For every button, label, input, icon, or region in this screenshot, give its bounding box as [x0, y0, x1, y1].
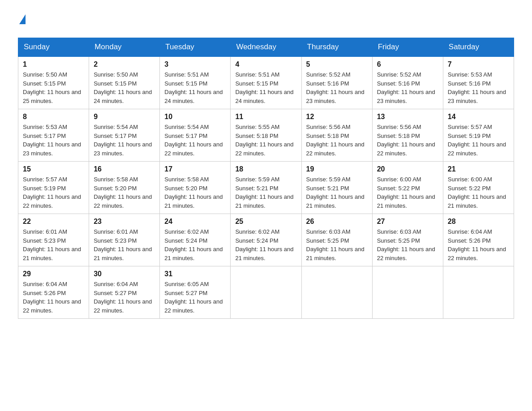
day-header-thursday: Thursday: [301, 38, 372, 57]
calendar-cell: 19 Sunrise: 5:59 AMSunset: 5:21 PMDaylig…: [301, 162, 372, 214]
day-number: 5: [306, 60, 368, 68]
calendar-cell: 11 Sunrise: 5:55 AMSunset: 5:18 PMDaylig…: [231, 109, 301, 162]
day-number: 2: [94, 60, 155, 68]
day-info: Sunrise: 5:59 AMSunset: 5:21 PMDaylight:…: [306, 176, 365, 209]
day-number: 29: [23, 270, 84, 278]
day-number: 13: [377, 113, 438, 121]
calendar-cell: [301, 266, 372, 319]
calendar-cell: 20 Sunrise: 6:00 AMSunset: 5:22 PMDaylig…: [372, 162, 443, 214]
day-info: Sunrise: 6:02 AMSunset: 5:24 PMDaylight:…: [164, 228, 223, 261]
day-number: 12: [306, 113, 368, 121]
calendar-cell: 30 Sunrise: 6:04 AMSunset: 5:27 PMDaylig…: [89, 266, 160, 319]
calendar-cell: 12 Sunrise: 5:56 AMSunset: 5:18 PMDaylig…: [301, 109, 372, 162]
calendar-cell: 25 Sunrise: 6:02 AMSunset: 5:24 PMDaylig…: [231, 214, 301, 266]
calendar-cell: 15 Sunrise: 5:57 AMSunset: 5:19 PMDaylig…: [18, 162, 89, 214]
day-header-tuesday: Tuesday: [160, 38, 231, 57]
day-info: Sunrise: 5:58 AMSunset: 5:20 PMDaylight:…: [94, 176, 152, 209]
calendar-cell: [443, 266, 514, 319]
day-info: Sunrise: 5:55 AMSunset: 5:18 PMDaylight:…: [235, 124, 293, 157]
day-info: Sunrise: 5:52 AMSunset: 5:16 PMDaylight:…: [306, 71, 365, 104]
day-info: Sunrise: 6:03 AMSunset: 5:25 PMDaylight:…: [377, 228, 435, 261]
day-header-saturday: Saturday: [443, 38, 514, 57]
calendar-cell: 4 Sunrise: 5:51 AMSunset: 5:15 PMDayligh…: [231, 56, 301, 109]
day-number: 26: [306, 218, 368, 226]
day-number: 19: [306, 165, 368, 173]
calendar-week-3: 15 Sunrise: 5:57 AMSunset: 5:19 PMDaylig…: [18, 162, 514, 214]
day-info: Sunrise: 6:01 AMSunset: 5:23 PMDaylight:…: [23, 228, 81, 261]
day-number: 11: [235, 113, 296, 121]
calendar-cell: 23 Sunrise: 6:01 AMSunset: 5:23 PMDaylig…: [89, 214, 160, 266]
calendar-table: SundayMondayTuesdayWednesdayThursdayFrid…: [18, 38, 514, 319]
day-info: Sunrise: 6:03 AMSunset: 5:25 PMDaylight:…: [306, 228, 365, 261]
calendar-cell: 26 Sunrise: 6:03 AMSunset: 5:25 PMDaylig…: [301, 214, 372, 266]
calendar-cell: 10 Sunrise: 5:54 AMSunset: 5:17 PMDaylig…: [160, 109, 231, 162]
calendar-header-row: SundayMondayTuesdayWednesdayThursdayFrid…: [18, 38, 514, 57]
day-info: Sunrise: 6:00 AMSunset: 5:22 PMDaylight:…: [448, 176, 506, 209]
day-info: Sunrise: 5:59 AMSunset: 5:21 PMDaylight:…: [235, 176, 293, 209]
day-number: 21: [448, 165, 509, 173]
day-number: 10: [164, 113, 226, 121]
day-info: Sunrise: 5:52 AMSunset: 5:16 PMDaylight:…: [377, 71, 435, 104]
day-info: Sunrise: 6:04 AMSunset: 5:26 PMDaylight:…: [448, 228, 506, 261]
calendar-cell: 24 Sunrise: 6:02 AMSunset: 5:24 PMDaylig…: [160, 214, 231, 266]
day-number: 24: [164, 218, 226, 226]
calendar-cell: 28 Sunrise: 6:04 AMSunset: 5:26 PMDaylig…: [443, 214, 514, 266]
day-info: Sunrise: 5:51 AMSunset: 5:15 PMDaylight:…: [164, 71, 223, 104]
calendar-cell: 29 Sunrise: 6:04 AMSunset: 5:26 PMDaylig…: [18, 266, 89, 319]
calendar-week-1: 1 Sunrise: 5:50 AMSunset: 5:15 PMDayligh…: [18, 56, 514, 109]
calendar-cell: 17 Sunrise: 5:58 AMSunset: 5:20 PMDaylig…: [160, 162, 231, 214]
day-number: 31: [164, 270, 226, 278]
day-info: Sunrise: 6:00 AMSunset: 5:22 PMDaylight:…: [377, 176, 435, 209]
calendar-cell: 9 Sunrise: 5:54 AMSunset: 5:17 PMDayligh…: [89, 109, 160, 162]
day-info: Sunrise: 5:51 AMSunset: 5:15 PMDaylight:…: [235, 71, 293, 104]
calendar-cell: [231, 266, 301, 319]
day-info: Sunrise: 5:56 AMSunset: 5:18 PMDaylight:…: [377, 124, 435, 157]
day-number: 3: [164, 60, 226, 68]
calendar-cell: 7 Sunrise: 5:53 AMSunset: 5:16 PMDayligh…: [443, 56, 514, 109]
calendar-week-5: 29 Sunrise: 6:04 AMSunset: 5:26 PMDaylig…: [18, 266, 514, 319]
day-info: Sunrise: 6:02 AMSunset: 5:24 PMDaylight:…: [235, 228, 293, 261]
day-info: Sunrise: 5:50 AMSunset: 5:15 PMDaylight:…: [23, 71, 81, 104]
day-number: 4: [235, 60, 296, 68]
logo-triangle-icon: [19, 14, 26, 24]
day-number: 14: [448, 113, 509, 121]
day-number: 6: [377, 60, 438, 68]
calendar-cell: 18 Sunrise: 5:59 AMSunset: 5:21 PMDaylig…: [231, 162, 301, 214]
day-info: Sunrise: 5:57 AMSunset: 5:19 PMDaylight:…: [448, 124, 506, 157]
day-info: Sunrise: 6:04 AMSunset: 5:26 PMDaylight:…: [23, 281, 81, 314]
day-info: Sunrise: 5:57 AMSunset: 5:19 PMDaylight:…: [23, 176, 81, 209]
day-number: 8: [23, 113, 84, 121]
day-number: 9: [94, 113, 155, 121]
day-number: 20: [377, 165, 438, 173]
logo: [18, 13, 26, 24]
day-info: Sunrise: 5:53 AMSunset: 5:16 PMDaylight:…: [448, 71, 506, 104]
day-info: Sunrise: 6:01 AMSunset: 5:23 PMDaylight:…: [94, 228, 152, 261]
calendar-cell: 22 Sunrise: 6:01 AMSunset: 5:23 PMDaylig…: [18, 214, 89, 266]
day-number: 25: [235, 218, 296, 226]
day-info: Sunrise: 5:58 AMSunset: 5:20 PMDaylight:…: [164, 176, 223, 209]
day-number: 15: [23, 165, 84, 173]
day-number: 17: [164, 165, 226, 173]
calendar-cell: 5 Sunrise: 5:52 AMSunset: 5:16 PMDayligh…: [301, 56, 372, 109]
day-number: 22: [23, 218, 84, 226]
calendar-cell: 14 Sunrise: 5:57 AMSunset: 5:19 PMDaylig…: [443, 109, 514, 162]
calendar-cell: [372, 266, 443, 319]
page-header: [18, 13, 514, 24]
calendar-cell: 13 Sunrise: 5:56 AMSunset: 5:18 PMDaylig…: [372, 109, 443, 162]
day-number: 28: [448, 218, 509, 226]
day-info: Sunrise: 6:05 AMSunset: 5:27 PMDaylight:…: [164, 281, 223, 314]
day-info: Sunrise: 5:54 AMSunset: 5:17 PMDaylight:…: [94, 124, 152, 157]
calendar-cell: 27 Sunrise: 6:03 AMSunset: 5:25 PMDaylig…: [372, 214, 443, 266]
day-number: 30: [94, 270, 155, 278]
day-number: 23: [94, 218, 155, 226]
calendar-cell: 6 Sunrise: 5:52 AMSunset: 5:16 PMDayligh…: [372, 56, 443, 109]
day-number: 1: [23, 60, 84, 68]
calendar-cell: 8 Sunrise: 5:53 AMSunset: 5:17 PMDayligh…: [18, 109, 89, 162]
calendar-week-4: 22 Sunrise: 6:01 AMSunset: 5:23 PMDaylig…: [18, 214, 514, 266]
day-number: 7: [448, 60, 509, 68]
calendar-cell: 3 Sunrise: 5:51 AMSunset: 5:15 PMDayligh…: [160, 56, 231, 109]
day-number: 27: [377, 218, 438, 226]
day-header-sunday: Sunday: [18, 38, 89, 57]
calendar-cell: 16 Sunrise: 5:58 AMSunset: 5:20 PMDaylig…: [89, 162, 160, 214]
day-header-friday: Friday: [372, 38, 443, 57]
